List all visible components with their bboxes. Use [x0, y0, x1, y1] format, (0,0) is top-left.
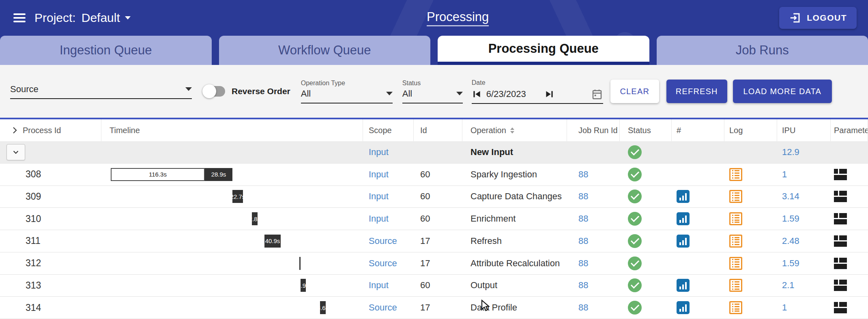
scope-link[interactable]: Source: [369, 302, 397, 313]
column-header-parameters: Parameters: [831, 119, 868, 141]
filter-bar: Source Reverse Order Operation Type All …: [0, 65, 868, 118]
column-header-process-id[interactable]: Process Id: [0, 119, 101, 141]
operation-cell: Data Profile: [471, 302, 517, 313]
scope-link[interactable]: Source: [369, 236, 397, 246]
timeline-cell: [101, 252, 363, 274]
success-icon: [628, 256, 642, 270]
scope-link[interactable]: Input: [369, 169, 389, 180]
load-more-data-button[interactable]: LOAD MORE DATA: [733, 80, 832, 103]
project-selector[interactable]: Project: Default: [34, 11, 131, 25]
job-run-link[interactable]: 88: [578, 213, 588, 224]
scope-link[interactable]: Input: [369, 147, 389, 157]
success-icon: [628, 168, 642, 181]
logout-button[interactable]: LOGOUT: [779, 7, 857, 29]
scope-link[interactable]: Input: [369, 280, 389, 291]
ipu-link[interactable]: 3.14: [782, 191, 799, 202]
log-icon[interactable]: [729, 212, 742, 225]
ipu-link[interactable]: 1: [782, 302, 787, 313]
tab-job-runs[interactable]: Job Runs: [657, 36, 868, 65]
id-cell: 60: [420, 213, 430, 224]
job-run-link[interactable]: 88: [578, 280, 588, 291]
job-run-link[interactable]: 88: [578, 191, 588, 202]
table-row[interactable]: Input New Input 12.9: [0, 141, 868, 164]
source-select[interactable]: Source: [10, 84, 192, 99]
table-row[interactable]: 311 40.9s Source 17 Refresh 88 2.48: [0, 230, 868, 252]
scope-link[interactable]: Input: [369, 191, 389, 202]
ipu-link[interactable]: 1: [782, 169, 787, 180]
parameters-icon[interactable]: [834, 191, 847, 202]
ipu-link[interactable]: 1.59: [782, 213, 799, 224]
operation-type-label: Operation Type: [301, 80, 393, 87]
chart-icon[interactable]: [677, 301, 690, 314]
reverse-order-toggle[interactable]: Reverse Order: [204, 86, 290, 97]
scope-link[interactable]: Source: [369, 258, 397, 269]
job-run-link[interactable]: 88: [578, 169, 588, 180]
log-icon[interactable]: [729, 301, 742, 314]
skip-previous-icon[interactable]: [472, 89, 482, 99]
parameters-icon[interactable]: [834, 235, 847, 247]
tab-processing-queue[interactable]: Processing Queue: [438, 36, 649, 65]
parameters-icon[interactable]: [834, 213, 847, 224]
job-run-link[interactable]: 88: [578, 236, 588, 246]
operation-type-select[interactable]: Operation Type All: [301, 80, 393, 103]
chevron-right-icon: [11, 126, 19, 134]
project-value: Default: [82, 11, 120, 25]
chart-icon[interactable]: [677, 190, 690, 203]
process-id-cell: 310: [0, 213, 41, 224]
processing-app: Project: Default Processing LOGOUT Inges…: [0, 0, 868, 319]
job-run-link[interactable]: 88: [578, 258, 588, 269]
table-row[interactable]: 309 22.7s Input 60 Capture Data Changes …: [0, 186, 868, 208]
clear-button[interactable]: CLEAR: [610, 80, 659, 103]
status-label: Status: [402, 80, 463, 87]
calendar-icon[interactable]: [591, 88, 603, 100]
ipu-link[interactable]: 2.48: [782, 236, 799, 246]
operation-cell: Output: [471, 280, 497, 291]
column-header-operation[interactable]: Operation: [462, 119, 567, 141]
table-row[interactable]: 312 Source 17 Attribute Recalculation 88…: [0, 252, 868, 275]
log-icon[interactable]: [729, 168, 742, 181]
success-icon: [628, 234, 642, 248]
table-row[interactable]: 313 2.9s Input 60 Output 88 2.1: [0, 275, 868, 297]
dropdown-caret-icon: [125, 16, 131, 19]
log-icon[interactable]: [729, 190, 742, 203]
timeline-cell: 116.3s28.9s: [101, 164, 363, 185]
chart-icon[interactable]: [677, 279, 690, 292]
select-caret-icon: [456, 92, 463, 95]
project-label: Project:: [34, 11, 76, 25]
operation-cell: Capture Data Changes: [471, 191, 562, 202]
parameters-icon[interactable]: [834, 302, 847, 313]
table-header: Process Id Timeline Scope Id Operation J…: [0, 118, 868, 141]
chart-icon[interactable]: [677, 235, 690, 248]
table-row[interactable]: 310 2.8s Input 60 Enrichment 88 1.59: [0, 208, 868, 230]
table-row[interactable]: 314 8.6s Source 17 Data Profile 88 1: [0, 297, 868, 319]
parameters-icon[interactable]: [834, 280, 847, 291]
status-select[interactable]: Status All: [402, 80, 463, 103]
chart-icon[interactable]: [677, 212, 690, 225]
process-id-cell: 311: [0, 235, 41, 246]
log-icon[interactable]: [729, 257, 742, 270]
tab-workflow-queue[interactable]: Workflow Queue: [219, 36, 431, 65]
log-icon[interactable]: [729, 279, 742, 292]
timeline-bar: 116.3s: [111, 168, 205, 181]
parameters-icon[interactable]: [834, 258, 847, 269]
column-header-timeline: Timeline: [101, 119, 363, 141]
expander-button[interactable]: [6, 144, 25, 160]
queue-tabs: Ingestion Queue Workflow Queue Processin…: [0, 36, 868, 65]
ipu-link[interactable]: 1.59: [782, 258, 799, 269]
parameters-icon[interactable]: [834, 169, 847, 180]
scope-link[interactable]: Input: [369, 213, 389, 224]
source-select-value: Source: [10, 84, 39, 95]
column-header-job-run-id: Job Run Id: [567, 119, 620, 141]
refresh-button[interactable]: REFRESH: [666, 80, 727, 103]
log-icon[interactable]: [729, 235, 742, 248]
column-header-hash: #: [672, 119, 724, 141]
skip-next-icon[interactable]: [544, 89, 554, 99]
id-cell: 60: [420, 169, 430, 180]
job-run-link[interactable]: 88: [578, 302, 588, 313]
process-id-cell: 313: [0, 280, 41, 291]
ipu-link[interactable]: 12.9: [782, 147, 799, 157]
ipu-link[interactable]: 2.1: [782, 280, 795, 291]
table-row[interactable]: 308 116.3s28.9s Input 60 Sparky Ingestio…: [0, 164, 868, 186]
hamburger-icon[interactable]: [13, 13, 26, 22]
tab-ingestion-queue[interactable]: Ingestion Queue: [0, 36, 212, 65]
